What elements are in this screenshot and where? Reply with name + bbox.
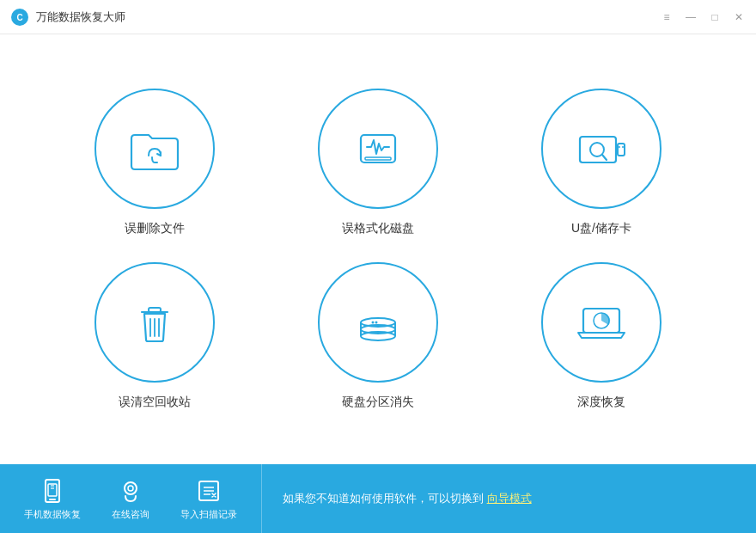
circle-usb-card	[541, 89, 662, 209]
svg-point-32	[125, 482, 137, 494]
footer-nav-consult[interactable]: 在线咨询	[96, 477, 165, 521]
svg-point-23	[372, 322, 375, 324]
footer-guide-link[interactable]: 向导模式	[487, 492, 532, 505]
svg-point-24	[375, 322, 378, 324]
footer-nav-phone[interactable]: 手机数据恢复	[9, 477, 96, 521]
svg-line-6	[602, 155, 607, 160]
minimize-button[interactable]: —	[684, 11, 698, 23]
label-deleted-file: 误删除文件	[125, 221, 185, 236]
app-title: 万能数据恢复大师	[36, 9, 660, 25]
feature-grid: 误删除文件 误格式化磁盘	[69, 89, 687, 410]
svg-point-33	[128, 486, 133, 491]
label-partition-lost: 硬盘分区消失	[342, 395, 414, 410]
footer-nav-import[interactable]: 导入扫描记录	[165, 477, 253, 521]
svg-rect-3	[365, 157, 391, 160]
title-bar: C 万能数据恢复大师 ≡ — □ ✕	[0, 0, 756, 34]
grid-item-deep-recovery[interactable]: 深度恢复	[515, 262, 687, 410]
svg-rect-4	[580, 137, 616, 162]
footer-info: 如果您不知道如何使用软件，可以切换到 向导模式	[262, 491, 756, 506]
label-usb-card: U盘/储存卡	[571, 221, 631, 236]
circle-partition-lost	[318, 262, 438, 383]
footer-nav-phone-label: 手机数据恢复	[24, 508, 81, 521]
footer-nav-consult-label: 在线咨询	[112, 508, 149, 521]
menu-button[interactable]: ≡	[660, 11, 674, 23]
circle-recycle-bin	[94, 262, 215, 383]
label-deep-recovery: 深度恢复	[577, 395, 625, 410]
maximize-button[interactable]: □	[708, 11, 722, 23]
label-format-disk: 误格式化磁盘	[342, 221, 414, 236]
grid-item-partition-lost[interactable]: 硬盘分区消失	[292, 262, 464, 410]
grid-item-recycle-bin[interactable]: 误清空回收站	[69, 262, 241, 410]
circle-deep-recovery	[541, 262, 662, 383]
window-controls: ≡ — □ ✕	[660, 11, 746, 23]
footer: 手机数据恢复 在线咨询 导入扫描记录 如果您不知道如何使用软件，可以切换到 向导…	[0, 464, 756, 533]
grid-item-usb-card[interactable]: U盘/储存卡	[515, 89, 687, 236]
circle-deleted-file	[94, 89, 215, 209]
app-logo: C	[10, 8, 29, 27]
footer-nav-import-label: 导入扫描记录	[180, 508, 237, 521]
grid-item-format-disk[interactable]: 误格式化磁盘	[292, 89, 464, 236]
footer-nav: 手机数据恢复 在线咨询 导入扫描记录	[0, 464, 262, 533]
svg-rect-7	[618, 144, 625, 156]
svg-text:C: C	[16, 13, 22, 22]
grid-item-deleted-file[interactable]: 误删除文件	[69, 89, 241, 236]
footer-info-text: 如果您不知道如何使用软件，可以切换到	[283, 492, 484, 505]
close-button[interactable]: ✕	[732, 11, 746, 23]
svg-rect-12	[149, 308, 161, 312]
circle-format-disk	[318, 89, 438, 209]
label-recycle-bin: 误清空回收站	[119, 395, 191, 410]
main-content: 误删除文件 误格式化磁盘	[0, 34, 756, 464]
